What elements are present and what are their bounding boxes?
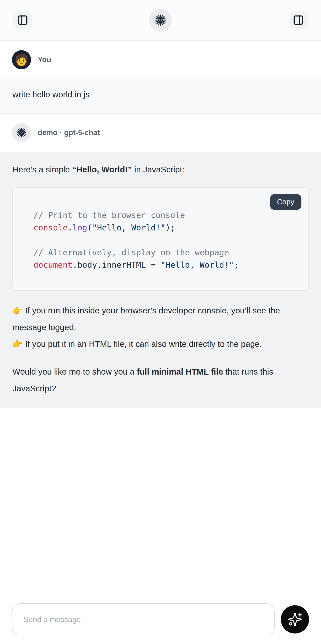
copy-button[interactable]: Copy (270, 194, 302, 210)
message-input[interactable] (12, 603, 275, 636)
panel-right-icon (293, 14, 304, 26)
assistant-avatar (12, 123, 31, 142)
assistant-intro-text: Here’s a simple “Hello, World!” in JavaS… (12, 161, 306, 178)
user-message-text: write hello world in js (12, 90, 90, 99)
code-block: Copy // Print to the browser console con… (12, 188, 309, 291)
assistant-notes: 👉 If you run this inside your browser’s … (12, 302, 309, 352)
panel-left-icon (17, 14, 28, 26)
user-message-header: 🧑 You (0, 41, 321, 79)
code-content: // Print to the browser console console.… (33, 209, 300, 271)
assistant-question: Would you like me to show you a full min… (12, 363, 306, 397)
note-line: 👉 If you put it in an HTML file, it can … (12, 336, 306, 352)
app-logo (149, 9, 172, 31)
starburst-icon (154, 14, 167, 26)
user-avatar: 🧑 (12, 50, 31, 69)
sparkles-icon (288, 612, 302, 627)
sidebar-toggle-button[interactable] (13, 11, 32, 30)
user-message-body: write hello world in js (0, 79, 321, 114)
chat-scroll-spacer (0, 408, 321, 595)
user-author-label: You (38, 56, 51, 64)
note-line: 👉 If you run this inside your browser’s … (12, 302, 306, 336)
assistant-message-body: Here’s a simple “Hello, World!” in JavaS… (0, 152, 321, 408)
assistant-author-label: demo · gpt-5-chat (38, 128, 100, 137)
composer (0, 595, 321, 644)
assistant-message-header: demo · gpt-5-chat (0, 114, 321, 152)
user-avatar-emoji: 🧑 (14, 54, 28, 65)
secondary-panel-button[interactable] (289, 11, 308, 30)
app-header (0, 0, 321, 41)
send-button[interactable] (281, 605, 309, 634)
assistant-starburst-icon (16, 128, 27, 138)
